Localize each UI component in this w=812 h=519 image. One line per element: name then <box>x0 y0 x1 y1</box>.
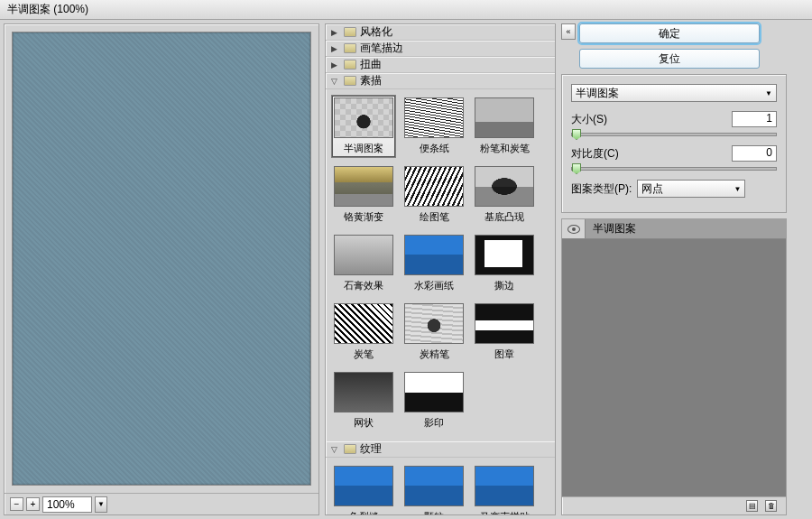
filter-thumb[interactable]: 颗粒 <box>401 463 466 515</box>
filter-select[interactable]: 半调图案▼ <box>571 84 777 102</box>
filter-thumb[interactable]: 石膏效果 <box>331 232 396 295</box>
filter-thumb[interactable]: 炭精笔 <box>401 301 466 364</box>
thumb-preview <box>404 235 464 275</box>
filter-thumb[interactable]: 绘图笔 <box>401 163 466 227</box>
thumb-preview <box>404 303 464 344</box>
zoom-level-input[interactable]: 100% <box>42 496 92 513</box>
chevron-right-icon: ▶ <box>331 60 340 70</box>
thumb-label: 撕边 <box>473 277 536 294</box>
delete-layer-button[interactable]: 🗑 <box>765 500 777 512</box>
category-distort[interactable]: ▶扭曲 <box>326 57 555 73</box>
filter-thumb[interactable]: 水彩画纸 <box>401 232 466 295</box>
thumb-preview <box>475 97 534 138</box>
contrast-slider[interactable] <box>571 167 777 171</box>
thumb-label: 网状 <box>332 414 395 431</box>
filter-thumb[interactable]: 影印 <box>401 369 466 432</box>
filter-thumb[interactable]: 图章 <box>472 301 537 364</box>
size-slider[interactable] <box>571 133 777 136</box>
filter-thumb[interactable]: 粉笔和炭笔 <box>472 95 537 158</box>
zoom-out-button[interactable]: − <box>10 497 23 511</box>
contrast-label: 对比度(C) <box>571 146 619 162</box>
thumb-label: 铬黄渐变 <box>332 209 395 226</box>
filter-thumb[interactable]: 龟裂缝 <box>331 463 396 515</box>
zoom-dropdown[interactable]: ▼ <box>95 496 107 513</box>
thumb-label: 炭笔 <box>332 346 395 363</box>
preview-toolbar: − + 100% ▼ <box>5 493 318 514</box>
title-bar: 半调图案 (100%) <box>0 0 812 20</box>
preview-panel: − + 100% ▼ <box>4 23 319 515</box>
new-layer-button[interactable]: ▤ <box>746 500 758 512</box>
filter-thumb[interactable]: 铬黄渐变 <box>331 163 396 227</box>
thumb-preview <box>475 466 534 506</box>
window-title: 半调图案 (100%) <box>7 2 88 17</box>
preview-canvas[interactable] <box>12 32 311 486</box>
thumb-preview <box>334 466 393 506</box>
filter-settings-box: 半调图案▼ 大小(S) 1 对比度(C) 0 图案类型(P): 网点▼ <box>561 74 787 213</box>
thumb-label: 龟裂缝 <box>332 508 395 515</box>
thumb-preview <box>334 303 393 344</box>
contrast-slider-row: 对比度(C) 0 <box>571 145 777 171</box>
collapse-settings-button[interactable]: « <box>561 23 576 40</box>
thumb-label: 粉笔和炭笔 <box>473 140 536 157</box>
contrast-input[interactable]: 0 <box>732 145 777 162</box>
chevron-down-icon: ▼ <box>765 89 772 97</box>
folder-icon <box>344 43 356 53</box>
category-brush-strokes[interactable]: ▶画笔描边 <box>326 41 555 57</box>
thumb-label: 便条纸 <box>402 140 466 157</box>
chevron-down-icon: ▽ <box>331 445 340 454</box>
thumb-label: 半调图案 <box>332 140 395 157</box>
filter-thumb[interactable]: 基底凸现 <box>472 163 537 227</box>
zoom-in-button[interactable]: + <box>26 497 40 511</box>
thumb-preview <box>404 97 464 138</box>
filter-layers-panel: 半调图案 ▤ 🗑 <box>561 218 787 515</box>
filter-thumb[interactable]: 半调图案 <box>331 95 396 158</box>
chevron-down-icon: ▽ <box>331 77 340 86</box>
thumb-label: 影印 <box>402 414 466 431</box>
filter-gallery: ▶风格化 ▶画笔描边 ▶扭曲 ▽素描 半调图案便条纸粉笔和炭笔铬黄渐变绘图笔基底… <box>325 23 556 515</box>
layers-footer: ▤ 🗑 <box>562 496 786 514</box>
chevron-right-icon: ▶ <box>331 44 340 53</box>
ok-button[interactable]: 确定 <box>579 23 760 43</box>
layer-name: 半调图案 <box>586 221 636 236</box>
thumb-label: 图章 <box>473 346 536 363</box>
folder-icon <box>344 444 356 454</box>
size-slider-row: 大小(S) 1 <box>571 111 777 136</box>
filter-thumb[interactable]: 炭笔 <box>331 301 396 364</box>
layers-body <box>562 239 786 496</box>
folder-icon <box>344 76 356 86</box>
thumb-label: 基底凸现 <box>473 209 536 226</box>
size-label: 大小(S) <box>571 112 607 127</box>
thumb-label: 绘图笔 <box>402 209 466 226</box>
thumb-label: 颗粒 <box>402 508 466 515</box>
filter-layer-row[interactable]: 半调图案 <box>562 219 786 239</box>
category-sketch[interactable]: ▽素描 <box>326 73 555 89</box>
filter-thumb[interactable]: 撕边 <box>472 232 537 295</box>
size-input[interactable]: 1 <box>732 111 777 127</box>
thumb-preview <box>404 466 464 506</box>
thumb-preview <box>334 235 393 275</box>
thumb-preview <box>404 166 464 207</box>
thumb-label: 水彩画纸 <box>402 277 466 294</box>
thumb-preview <box>334 97 393 138</box>
filter-thumb[interactable]: 网状 <box>331 369 396 432</box>
pattern-type-row: 图案类型(P): 网点▼ <box>571 180 777 198</box>
thumb-preview <box>475 166 534 207</box>
category-texture[interactable]: ▽纹理 <box>326 441 555 458</box>
category-stylize[interactable]: ▶风格化 <box>326 24 555 41</box>
filter-thumb[interactable]: 便条纸 <box>401 95 466 158</box>
thumb-preview <box>475 303 534 344</box>
chevron-down-icon: ▼ <box>734 185 741 193</box>
thumb-preview <box>334 166 393 207</box>
thumb-preview <box>475 235 534 275</box>
slider-handle[interactable] <box>572 163 581 174</box>
eye-icon <box>567 225 580 234</box>
pattern-type-select[interactable]: 网点▼ <box>637 180 745 198</box>
filter-thumb[interactable]: 马赛克拼贴 <box>472 463 537 515</box>
settings-column: « 确定 复位 半调图案▼ 大小(S) 1 对比度(C) 0 <box>561 23 787 515</box>
thumb-label: 马赛克拼贴 <box>473 508 536 515</box>
visibility-toggle[interactable] <box>562 219 586 238</box>
thumb-label: 石膏效果 <box>332 277 395 294</box>
slider-handle[interactable] <box>572 129 581 140</box>
folder-icon <box>344 60 356 70</box>
reset-button[interactable]: 复位 <box>579 49 760 69</box>
